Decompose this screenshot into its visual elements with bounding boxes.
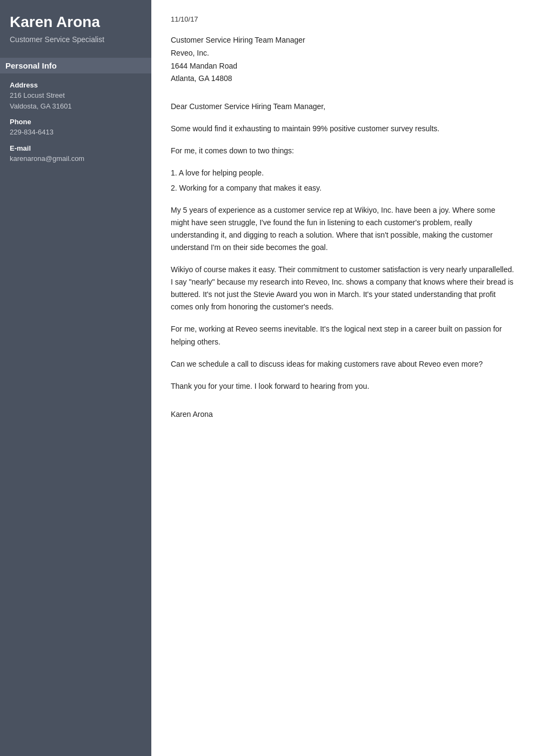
address-line2: Valdosta, GA 31601 bbox=[10, 101, 142, 112]
phone-label: Phone bbox=[10, 118, 142, 126]
letter-body: Dear Customer Service Hiring Team Manage… bbox=[171, 100, 516, 393]
letter-main: 11/10/17 Customer Service Hiring Team Ma… bbox=[151, 0, 535, 756]
recipient-line1: Customer Service Hiring Team Manager bbox=[171, 34, 516, 47]
letter-greeting: Dear Customer Service Hiring Team Manage… bbox=[171, 100, 516, 113]
email-value: karenarona@gmail.com bbox=[10, 153, 142, 164]
applicant-name: Karen Arona bbox=[10, 13, 142, 31]
address-label: Address bbox=[10, 81, 142, 89]
letter-paragraph2: For me, it comes down to two things: bbox=[171, 145, 516, 157]
letter-paragraph3: My 5 years of experience as a customer s… bbox=[171, 204, 516, 254]
recipient-block: Customer Service Hiring Team Manager Rev… bbox=[171, 34, 516, 85]
letter-paragraph6: Can we schedule a call to discuss ideas … bbox=[171, 358, 516, 370]
letter-list-item2: 2. Working for a company that makes it e… bbox=[171, 182, 516, 194]
address-line1: 216 Locust Street bbox=[10, 90, 142, 101]
letter-signature: Karen Arona bbox=[171, 410, 516, 418]
email-label: E-mail bbox=[10, 144, 142, 152]
applicant-job-title: Customer Service Specialist bbox=[10, 35, 142, 45]
letter-paragraph5: For me, working at Reveo seems inevitabl… bbox=[171, 323, 516, 348]
letter-paragraph7: Thank you for your time. I look forward … bbox=[171, 380, 516, 393]
recipient-line2: Reveo, Inc. bbox=[171, 47, 516, 60]
letter-list-item1: 1. A love for helping people. bbox=[171, 167, 516, 179]
sidebar: Karen Arona Customer Service Specialist … bbox=[0, 0, 151, 756]
recipient-line4: Atlanta, GA 14808 bbox=[171, 72, 516, 85]
personal-info-heading: Personal Info bbox=[0, 58, 151, 73]
letter-paragraph4: Wikiyo of course makes it easy. Their co… bbox=[171, 264, 516, 313]
letter-date: 11/10/17 bbox=[171, 15, 516, 23]
letter-paragraph1: Some would find it exhausting to maintai… bbox=[171, 123, 516, 135]
phone-value: 229-834-6413 bbox=[10, 127, 142, 138]
recipient-line3: 1644 Mandan Road bbox=[171, 60, 516, 73]
